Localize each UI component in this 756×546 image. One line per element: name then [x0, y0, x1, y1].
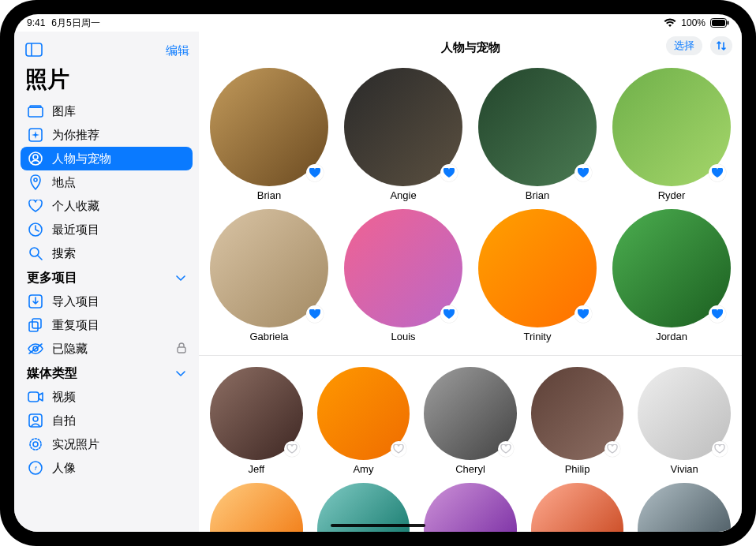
favorite-badge[interactable]: [604, 441, 620, 457]
avatar: [478, 209, 597, 327]
svg-point-23: [33, 442, 38, 447]
sort-button[interactable]: [710, 36, 732, 55]
sidebar-section-header[interactable]: 更多项目: [21, 265, 193, 288]
person-tile[interactable]: Brian: [478, 68, 597, 201]
sidebar-item-label: 已隐藏: [52, 342, 88, 357]
sidebar-item-favorites[interactable]: 个人收藏: [21, 194, 193, 218]
more-icon[interactable]: [462, 32, 478, 33]
page-title: 人物与宠物: [441, 40, 500, 55]
person-tile[interactable]: Philip: [531, 367, 624, 475]
avatar-image: [424, 483, 517, 532]
person-tile[interactable]: [424, 483, 517, 532]
person-tile[interactable]: Amy: [317, 367, 410, 475]
sidebar-toggle-button[interactable]: [24, 41, 44, 58]
sidebar-item-people[interactable]: 人物与宠物: [21, 147, 193, 170]
sparkle-icon: [27, 126, 44, 144]
person-tile[interactable]: [531, 483, 624, 532]
sidebar-item-duplicates[interactable]: 重复项目: [21, 313, 193, 337]
edit-button[interactable]: 编辑: [166, 43, 189, 58]
svg-text:f: f: [35, 465, 37, 472]
favorite-badge[interactable]: [284, 441, 300, 457]
person-tile[interactable]: Brian: [210, 68, 328, 201]
favorite-badge[interactable]: [440, 305, 458, 323]
sidebar-item-label: 个人收藏: [52, 199, 99, 214]
person-name: Gabriela: [249, 331, 288, 342]
favorite-badge[interactable]: [498, 441, 514, 457]
person-tile[interactable]: [210, 483, 303, 532]
sidebar-section-header[interactable]: 媒体类型: [21, 361, 193, 383]
avatar: [612, 68, 731, 186]
svg-rect-1: [712, 20, 725, 26]
sidebar-item-label: 自拍: [52, 413, 76, 428]
sidebar-item-imports[interactable]: 导入项目: [21, 290, 193, 313]
avatar: [317, 367, 410, 460]
sidebar-item-search[interactable]: 搜索: [21, 241, 193, 265]
chevron-down-icon: [175, 367, 186, 381]
person-tile[interactable]: Louis: [344, 209, 462, 342]
sidebar-item-recents[interactable]: 最近项目: [21, 218, 193, 241]
svg-point-12: [30, 248, 39, 256]
home-indicator[interactable]: [331, 524, 425, 527]
favorite-badge[interactable]: [709, 305, 726, 323]
favorite-badge[interactable]: [712, 441, 728, 457]
sidebar-nav: 图库为你推荐人物与宠物地点个人收藏最近项目搜索: [21, 98, 193, 265]
heart-icon: [27, 197, 44, 215]
sidebar-item-for-you[interactable]: 为你推荐: [21, 123, 193, 147]
favorite-badge[interactable]: [574, 164, 592, 181]
favorite-badge[interactable]: [709, 164, 726, 181]
person-tile[interactable]: Vivian: [638, 367, 731, 475]
person-tile[interactable]: Jordan: [612, 209, 731, 342]
people-grid-wrap[interactable]: BrianAngieBrianRyderGabrielaLouisTrinity…: [199, 57, 742, 532]
content-area: 人物与宠物 选择 BrianAngieBrianRyderGabrielaLou…: [199, 32, 742, 532]
sidebar-item-label: 人物与宠物: [52, 151, 111, 166]
body: 编辑 照片 图库为你推荐人物与宠物地点个人收藏最近项目搜索 更多项目导入项目重复…: [14, 32, 742, 532]
svg-point-22: [33, 417, 38, 421]
svg-rect-5: [28, 107, 43, 117]
person-tile[interactable]: Trinity: [478, 209, 597, 342]
person-name: Brian: [526, 189, 549, 201]
favorite-badge[interactable]: [391, 441, 406, 457]
svg-rect-6: [30, 106, 41, 107]
section-title: 媒体类型: [27, 365, 77, 382]
avatar: [638, 483, 731, 532]
avatar: [210, 367, 303, 460]
status-time: 9:41: [27, 17, 45, 28]
person-tile[interactable]: Cheryl: [424, 367, 517, 475]
favorite-badge[interactable]: [306, 305, 324, 323]
download-icon: [27, 293, 44, 310]
sidebar-item-label: 最近项目: [52, 223, 99, 237]
sidebar-item-places[interactable]: 地点: [21, 170, 193, 194]
video-icon: [27, 388, 44, 406]
sidebar-item-live[interactable]: 实况照片: [21, 432, 193, 456]
person-tile[interactable]: Jeff: [210, 367, 303, 475]
duplicate-icon: [27, 316, 44, 334]
svg-rect-19: [178, 347, 185, 353]
select-button[interactable]: 选择: [666, 36, 702, 55]
avatar: [531, 483, 624, 532]
avatar: [638, 367, 731, 460]
person-name: Angie: [390, 189, 416, 201]
person-name: Trinity: [524, 331, 552, 342]
sidebar-item-selfies[interactable]: 自拍: [21, 409, 193, 432]
favorite-badge[interactable]: [306, 164, 324, 181]
person-tile[interactable]: Ryder: [612, 68, 731, 201]
sidebar-item-videos[interactable]: 视频: [21, 385, 193, 409]
person-tile[interactable]: Angie: [344, 68, 462, 201]
svg-point-10: [34, 178, 37, 181]
library-icon: [27, 103, 44, 120]
battery-icon: [710, 18, 729, 28]
selfie-icon: [27, 412, 44, 429]
person-name: Brian: [257, 189, 281, 201]
sidebar-item-hidden[interactable]: 已隐藏: [21, 337, 193, 361]
status-date: 6月5日周一: [51, 17, 99, 30]
sidebar-item-portrait[interactable]: f人像: [21, 456, 193, 480]
person-name: Philip: [565, 463, 590, 475]
battery-percent: 100%: [681, 17, 705, 28]
favorite-badge[interactable]: [574, 305, 592, 323]
people-grid-secondary: JeffAmyCherylPhilipVivian: [199, 355, 742, 532]
person-tile[interactable]: [638, 483, 731, 532]
favorite-badge[interactable]: [440, 164, 458, 181]
person-tile[interactable]: Gabriela: [210, 209, 328, 342]
sidebar-item-library[interactable]: 图库: [21, 99, 193, 123]
avatar: [210, 209, 328, 327]
